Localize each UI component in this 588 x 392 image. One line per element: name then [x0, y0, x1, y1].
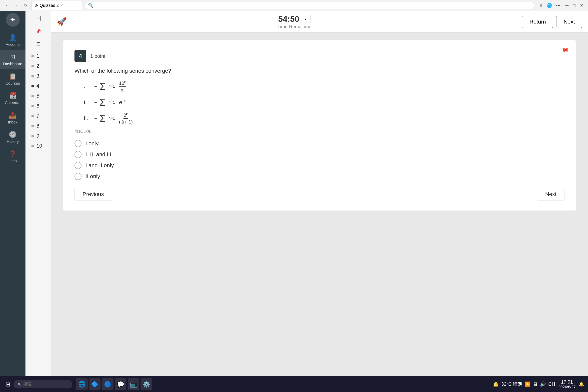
- q9-dot: [31, 135, 34, 138]
- question-nav-10[interactable]: 10: [26, 141, 51, 151]
- q2-dot: [31, 65, 34, 68]
- app-logo[interactable]: ✦: [6, 13, 20, 27]
- clock-date: 2024/8/27: [558, 385, 576, 389]
- denominator-1: n!: [120, 87, 124, 93]
- question-card: 4 1 point 📌 Which of the following serie…: [63, 40, 576, 210]
- taskbar-screen[interactable]: 📺: [128, 378, 139, 390]
- option-b[interactable]: I, II, and III: [74, 151, 564, 158]
- q4-label: 4: [36, 83, 39, 89]
- q5-dot: [31, 95, 34, 98]
- question-number-badge: 4: [74, 50, 86, 62]
- radio-b[interactable]: [74, 151, 82, 158]
- notification-bell[interactable]: 🔔: [579, 382, 584, 387]
- option-d-text: II only: [86, 173, 100, 180]
- return-button[interactable]: Return: [522, 16, 553, 28]
- question-numbers: 1 2 3 4 5 6 7: [26, 51, 51, 151]
- option-c[interactable]: I and II only: [74, 162, 564, 169]
- question-nav-8[interactable]: 8: [26, 121, 51, 131]
- taskbar-chat[interactable]: 💬: [115, 378, 126, 390]
- question-nav-2[interactable]: 2: [26, 61, 51, 71]
- question-nav-9[interactable]: 9: [26, 131, 51, 141]
- question-nav-7[interactable]: 7: [26, 111, 51, 121]
- q7-dot: [31, 115, 34, 118]
- taskbar-ie[interactable]: 🔵: [102, 378, 114, 390]
- sidebar-label-history: History: [7, 139, 19, 144]
- previous-button[interactable]: Previous: [74, 188, 112, 201]
- close-button[interactable]: ✕: [578, 2, 585, 9]
- sidebar-label-calendar: Calendar: [5, 100, 20, 105]
- sidebar-label-inbox: Inbox: [8, 120, 18, 124]
- option-a[interactable]: I only: [74, 140, 564, 147]
- q5-label: 5: [36, 93, 39, 99]
- sidebar-item-inbox[interactable]: 📥 Inbox: [0, 108, 26, 128]
- dashboard-icon: ⊞: [10, 53, 16, 60]
- sidebar-item-courses[interactable]: 📋 Courses: [0, 70, 26, 89]
- sidebar-item-account[interactable]: 👤 Account: [0, 30, 26, 50]
- question-nav-3[interactable]: 3: [26, 71, 51, 81]
- taskbar-edge[interactable]: 🔷: [89, 378, 100, 390]
- download-button[interactable]: ⬇: [538, 2, 544, 9]
- next-button[interactable]: Next: [537, 188, 564, 201]
- rocket-icon[interactable]: 🚀: [57, 17, 67, 26]
- option-b-text: I, II, and III: [86, 151, 111, 158]
- browser-back-button[interactable]: ‹: [3, 2, 10, 9]
- upper-limit-1: ∞: [94, 84, 97, 88]
- weather-text: 32°C 晴朗: [501, 381, 522, 387]
- clock-time: 17:01: [558, 379, 576, 385]
- radio-a[interactable]: [74, 140, 82, 147]
- pin-button[interactable]: 📌: [33, 27, 43, 36]
- inbox-icon: 📥: [9, 111, 17, 119]
- upper-limit-2: ∞: [94, 100, 97, 105]
- start-button[interactable]: ⊞: [4, 379, 12, 389]
- question-nav-6[interactable]: 6: [26, 101, 51, 111]
- sidebar-item-calendar[interactable]: 📅 Calendar: [0, 89, 26, 108]
- top-bar: 🚀 54:50 ‹ Time Remaining Return Next: [51, 11, 588, 32]
- browser-forward-button[interactable]: ›: [12, 2, 20, 9]
- search-icon: 🔍: [88, 3, 93, 8]
- q7-label: 7: [36, 113, 39, 119]
- question-nav-5[interactable]: 5: [26, 91, 51, 101]
- taskbar-time: 17:01 2024/8/27: [558, 379, 576, 389]
- next-top-button[interactable]: Next: [556, 16, 582, 28]
- q4-dot: [31, 85, 34, 88]
- option-c-text: I and II only: [86, 162, 114, 168]
- language-icon: CH: [548, 382, 555, 387]
- nav-list-button[interactable]: ☰: [33, 39, 43, 49]
- history-icon: 🕐: [9, 131, 17, 138]
- sidebar-label-courses: Courses: [6, 81, 20, 86]
- question-nav-4[interactable]: 4: [26, 81, 51, 91]
- nav-toggle-button[interactable]: →|: [33, 13, 43, 23]
- question-id: 4BC108: [74, 128, 564, 134]
- address-bar[interactable]: 🔍: [85, 2, 534, 9]
- volume-icon: 🔊: [540, 382, 546, 387]
- question-nav-1[interactable]: 1: [26, 51, 51, 61]
- q2-label: 2: [36, 63, 39, 69]
- sidebar-item-help[interactable]: ❓ Help: [0, 147, 26, 166]
- radio-c[interactable]: [74, 162, 82, 169]
- tab-loading-icon: ⊙: [35, 3, 38, 8]
- question-header: 4 1 point: [74, 50, 564, 62]
- taskbar-chrome[interactable]: 🌐: [76, 378, 88, 390]
- q3-label: 3: [36, 73, 39, 79]
- taskbar-settings[interactable]: ⚙️: [140, 378, 152, 390]
- series-row-1: I. ∞ Σ n=1 10n n!: [82, 80, 564, 93]
- maximize-button[interactable]: □: [571, 2, 577, 9]
- globe-button[interactable]: 🌐: [546, 2, 553, 9]
- browser-reload-button[interactable]: ↻: [22, 2, 29, 9]
- sigma-symbol-2: Σ: [100, 97, 106, 108]
- radio-d[interactable]: [74, 173, 82, 180]
- timer-back-button[interactable]: ‹: [301, 14, 311, 24]
- more-button[interactable]: •••: [555, 2, 562, 9]
- option-d[interactable]: II only: [74, 173, 564, 180]
- browser-chrome: ‹ › ↻ ⊙ Quizzes 2 ✕ 🔍 ⬇ 🌐 ••• ─ □ ✕: [0, 0, 588, 11]
- sidebar-label-account: Account: [6, 42, 20, 47]
- taskbar-search[interactable]: 🔍: [14, 380, 72, 388]
- sidebar-item-dashboard[interactable]: ⊞ Dashboard: [0, 50, 26, 70]
- sidebar-label-dashboard: Dashboard: [3, 62, 22, 66]
- browser-tab[interactable]: ⊙ Quizzes 2 ✕: [31, 1, 82, 10]
- taskbar-search-input[interactable]: [23, 382, 62, 387]
- tab-close-button[interactable]: ✕: [60, 3, 63, 8]
- battery-icon: 🖥: [533, 382, 538, 387]
- sidebar-item-history[interactable]: 🕐 History: [0, 128, 26, 147]
- minimize-button[interactable]: ─: [564, 2, 570, 9]
